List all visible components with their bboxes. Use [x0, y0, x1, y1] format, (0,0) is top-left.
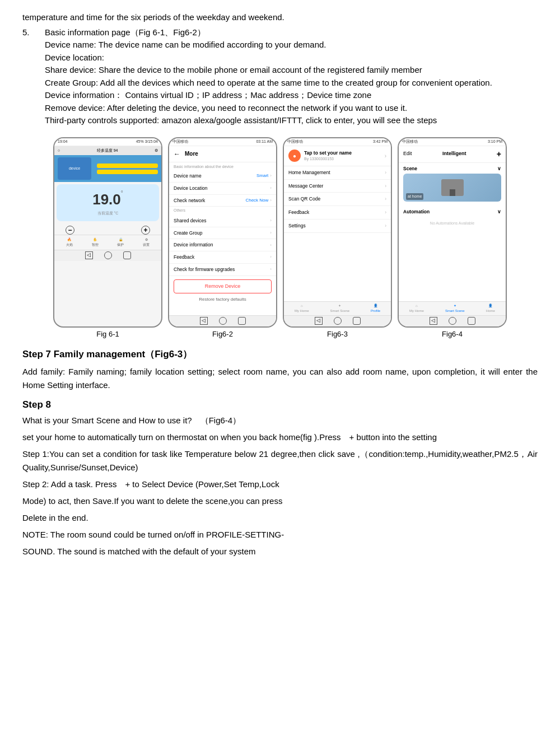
phone1-device-header: device [54, 155, 161, 182]
phone2-remove-button[interactable]: Remove Device [174, 279, 272, 294]
step8-note2: SOUND. The sound is matched with the def… [22, 545, 538, 558]
phone4-plus-button[interactable]: + [497, 148, 501, 160]
phone2-nav-bar: ◁ [169, 315, 276, 326]
phone3-home-mgmt[interactable]: Home Management › [284, 166, 391, 180]
phone2-nav-recents[interactable] [238, 317, 246, 325]
phone2-item-devinfo[interactable]: Device information › [169, 239, 276, 251]
phone1-nav-back[interactable]: ◁ [85, 251, 93, 259]
intro-line1: temperature and time for the six periods… [22, 11, 538, 24]
share-device-label: Share device: [45, 65, 96, 74]
phone1-icon-settings: ⚙ 设置 [143, 237, 150, 248]
fig2-col: 中国移动 03:11 AM ← More Basic information a… [168, 137, 277, 340]
phone1-top-bar: ○ 经多温度 94 ⚙ [54, 146, 161, 156]
phone3-scan-qr[interactable]: Scan QR Code › [284, 193, 391, 206]
device-info-line: Device information： Contains virtual ID；… [45, 89, 538, 102]
fig1-col: 19:04 45% 3/15:04 ○ 经多温度 94 ⚙ device [53, 137, 162, 340]
phone4-status-right: 3:10 PM [488, 139, 502, 145]
phone3-user-phone: By 13300300153 [304, 156, 385, 162]
create-group-text: Add all the devices which need to operat… [100, 78, 492, 87]
phone1-icon-flame: 🔥 火焰 [66, 237, 73, 248]
step7-section: Step 7 Family management（Fig6-3） Add fam… [22, 347, 538, 392]
phone1-back-icon: ○ [58, 148, 60, 154]
phone3-tab-profile[interactable]: 👤 Profile [371, 304, 380, 314]
third-party-label: Third-party controls supported: [45, 115, 159, 125]
phone2-nav-home[interactable] [219, 317, 227, 325]
phone2-status-left: 中国移动 [172, 139, 188, 145]
step8-heading: Step 8 [22, 398, 538, 412]
phone1-nav-home[interactable] [104, 251, 112, 259]
phone4-scene-header: Scene ∨ [403, 165, 501, 172]
phone3-feedback[interactable]: Feedback › [284, 206, 391, 220]
phone1-temp-display: 19.0 ° 当前温度 °C [57, 184, 159, 221]
temp-unit: ° [121, 189, 123, 197]
phone4-auto-chevron: ∨ [497, 208, 501, 216]
phone2-frame: 中国移动 03:11 AM ← More Basic information a… [168, 137, 277, 328]
phone3-nav-back[interactable]: ◁ [315, 317, 323, 325]
phone2-nav-back[interactable]: ◁ [200, 317, 208, 325]
phone2-others-label: Others [169, 207, 276, 215]
phone3-message-center[interactable]: Message Center › [284, 180, 391, 193]
remove-device-label: Remove device: [45, 103, 105, 113]
phone4-nav-back[interactable]: ◁ [430, 317, 437, 325]
phone4-nav-home[interactable] [449, 317, 456, 325]
phone4-auto-empty: No Automations Available [403, 217, 501, 230]
phone3-nav-home[interactable] [334, 317, 342, 325]
phone3-settings[interactable]: Settings › [284, 220, 391, 233]
phone3-frame: 中国移动 3:42 PM ● Tap to set your name By 1… [283, 137, 392, 328]
phone4-nav-recents[interactable] [468, 317, 475, 325]
plus-button[interactable]: + [141, 226, 150, 235]
phone3-user-info: Tap to set your name By 13300300153 [304, 150, 385, 162]
phone2-item-shared[interactable]: Shared devices › [169, 215, 276, 227]
phone3-content: ● Tap to set your name By 13300300153 › … [284, 146, 391, 301]
item5-num: 5. [22, 26, 45, 127]
step8-line1: set your home to automatically turn on t… [22, 431, 538, 444]
phone3-tab-home[interactable]: ⌂ My Home [295, 304, 309, 314]
phone4-tab-profile[interactable]: 👤 Home [486, 304, 495, 314]
intro-section: temperature and time for the six periods… [22, 11, 538, 127]
phone1-status-left: 19:04 [58, 139, 68, 145]
phone4-status-left: 中国移动 [402, 139, 418, 145]
phone2-item-location[interactable]: Device Location › [169, 183, 276, 195]
fig4-label: Fig6-4 [442, 329, 463, 340]
item5-title: Basic information page（Fig 6-1、Fig6-2） [45, 26, 538, 39]
phone4-edit[interactable]: Edit [403, 150, 412, 158]
phone2-item-network[interactable]: Check network Check Now › [169, 195, 276, 207]
phone4-frame: 中国移动 3:10 PM Edit Intelligent + Scene ∨ [398, 137, 507, 328]
phone3-status-left: 中国移动 [287, 139, 303, 145]
device-name-line: Device name: The device name can be modi… [45, 39, 538, 52]
phone3-tap-name: Tap to set your name [304, 150, 385, 157]
phone4-header: Edit Intelligent + [399, 146, 506, 163]
temp-value-row: 19.0 ° [92, 189, 123, 211]
device-info-label: Device information： [45, 90, 123, 100]
phone1-nav-recents[interactable] [123, 251, 131, 259]
device-name-text: The device name can be modified accordin… [99, 40, 326, 49]
phone2-status-bar: 中国移动 03:11 AM [169, 138, 276, 146]
temp-label: 当前温度 °C [97, 211, 119, 217]
phone2-back-button[interactable]: ← [174, 149, 180, 159]
phone1-more-icon: ⚙ [155, 148, 158, 154]
phone4-auto-label: Automation [403, 208, 430, 216]
minus-button[interactable]: − [66, 226, 74, 235]
phone2-title: More [185, 150, 198, 158]
phone3-nav-recents[interactable] [353, 317, 361, 325]
phone3-user-arrow: › [385, 152, 386, 160]
phone4-scene-card-label: at home [406, 193, 423, 200]
phone4-tab-home[interactable]: ⌂ My Home [409, 304, 424, 314]
phone4-scene-card: at home [403, 174, 501, 202]
screenshots-row: 19:04 45% 3/15:04 ○ 经多温度 94 ⚙ device [22, 137, 538, 340]
phone4-tab-smart[interactable]: ✦ Smart Scene [445, 304, 465, 314]
phone2-item-group[interactable]: Create Group › [169, 227, 276, 240]
fig3-col: 中国移动 3:42 PM ● Tap to set your name By 1… [283, 137, 392, 340]
phone3-status-bar: 中国移动 3:42 PM [284, 138, 391, 146]
phone2-restore-link[interactable]: Restore factory defaults [169, 295, 276, 304]
phone3-tab-smart[interactable]: ✦ Smart Scene [330, 304, 349, 314]
phone2-item-device-name[interactable]: Device name Smart › [169, 170, 276, 183]
phone1-control-bar2 [97, 170, 158, 174]
phone3-user-section: ● Tap to set your name By 13300300153 › [284, 146, 391, 166]
step8-line5: Delete in the end. [22, 511, 538, 525]
phone2-item-feedback[interactable]: Feedback › [169, 251, 276, 264]
phone2-item-firmware[interactable]: Check for firmware upgrades › [169, 264, 276, 276]
phone3-status-right: 3:42 PM [373, 139, 388, 145]
phone4-auto-header: Automation ∨ [403, 208, 501, 216]
fig4-col: 中国移动 3:10 PM Edit Intelligent + Scene ∨ [398, 137, 507, 340]
